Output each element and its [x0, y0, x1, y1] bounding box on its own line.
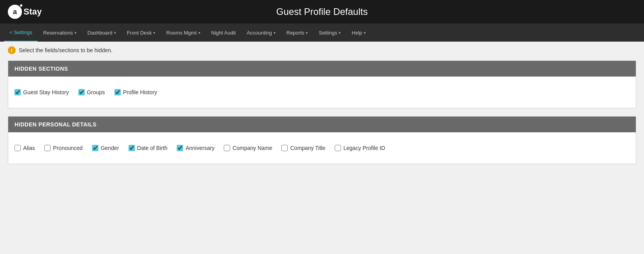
- nav-item-reports[interactable]: Reports ▾: [281, 24, 314, 42]
- chevron-down-icon: ▾: [306, 31, 308, 35]
- checkbox-company-name[interactable]: Company Name: [224, 145, 272, 151]
- nav-item-front-desk[interactable]: Front Desk ▾: [122, 24, 161, 42]
- checkbox-date-of-birth[interactable]: Date of Birth: [129, 145, 168, 151]
- nav-item-help[interactable]: Help ▾: [346, 24, 371, 42]
- page-title: Guest Profile Defaults: [276, 6, 368, 17]
- hidden-sections-header: HIDDEN SECTIONS: [8, 61, 636, 77]
- checkbox-gender[interactable]: Gender: [92, 145, 119, 151]
- checkbox-anniversary[interactable]: Anniversary: [177, 145, 214, 151]
- info-icon: i: [8, 46, 16, 54]
- checkbox-pronounced[interactable]: Pronounced: [44, 145, 83, 151]
- chevron-down-icon: ▾: [74, 31, 76, 35]
- checkbox-profile-history[interactable]: Profile History: [114, 89, 157, 95]
- logo-icon: a: [8, 5, 22, 19]
- nav-item-rooms-mgmt[interactable]: Rooms Mgmt ▾: [161, 24, 205, 42]
- chevron-down-icon: ▾: [153, 31, 155, 35]
- main-nav: < Settings Reservations ▾ Dashboard ▾ Fr…: [0, 24, 644, 42]
- hidden-personal-header: HIDDEN PERSONAL DETAILS: [8, 117, 636, 132]
- main-content: i Select the fields/sections to be hidde…: [0, 42, 644, 177]
- nav-item-night-audit[interactable]: Night Audit: [206, 24, 241, 42]
- nav-item-reservations[interactable]: Reservations ▾: [38, 24, 82, 42]
- hidden-personal-panel: HIDDEN PERSONAL DETAILS Alias Pronounced…: [8, 116, 636, 164]
- logo-dot: [19, 4, 23, 7]
- logo-letter: a: [13, 8, 17, 16]
- chevron-down-icon: ▾: [114, 31, 116, 35]
- checkbox-groups[interactable]: Groups: [78, 89, 105, 95]
- hidden-sections-body: Guest Stay History Groups Profile Histor…: [8, 77, 636, 108]
- chevron-down-icon: ▾: [198, 31, 200, 35]
- nav-item-dashboard[interactable]: Dashboard ▾: [82, 24, 122, 42]
- chevron-down-icon: ▾: [274, 31, 276, 35]
- logo-text: Stay: [24, 7, 42, 17]
- checkbox-company-title[interactable]: Company Title: [281, 145, 325, 151]
- info-bar: i Select the fields/sections to be hidde…: [8, 46, 636, 54]
- checkbox-alias[interactable]: Alias: [15, 145, 35, 151]
- hidden-sections-panel: HIDDEN SECTIONS Guest Stay History Group…: [8, 60, 636, 108]
- nav-item-settings[interactable]: Settings ▾: [313, 24, 346, 42]
- checkbox-legacy-profile-id[interactable]: Legacy Profile ID: [335, 145, 385, 151]
- app-header: a Stay Guest Profile Defaults: [0, 0, 644, 24]
- info-message: Select the fields/sections to be hidden.: [19, 47, 112, 53]
- chevron-down-icon: ▾: [339, 31, 341, 35]
- app-logo: a Stay: [8, 5, 42, 19]
- chevron-down-icon: ▾: [364, 31, 366, 35]
- checkbox-guest-stay-history[interactable]: Guest Stay History: [15, 89, 69, 95]
- nav-back-settings[interactable]: < Settings: [4, 24, 38, 42]
- nav-item-accounting[interactable]: Accounting ▾: [241, 24, 281, 42]
- hidden-personal-body: Alias Pronounced Gender Date of Birth An…: [8, 132, 636, 164]
